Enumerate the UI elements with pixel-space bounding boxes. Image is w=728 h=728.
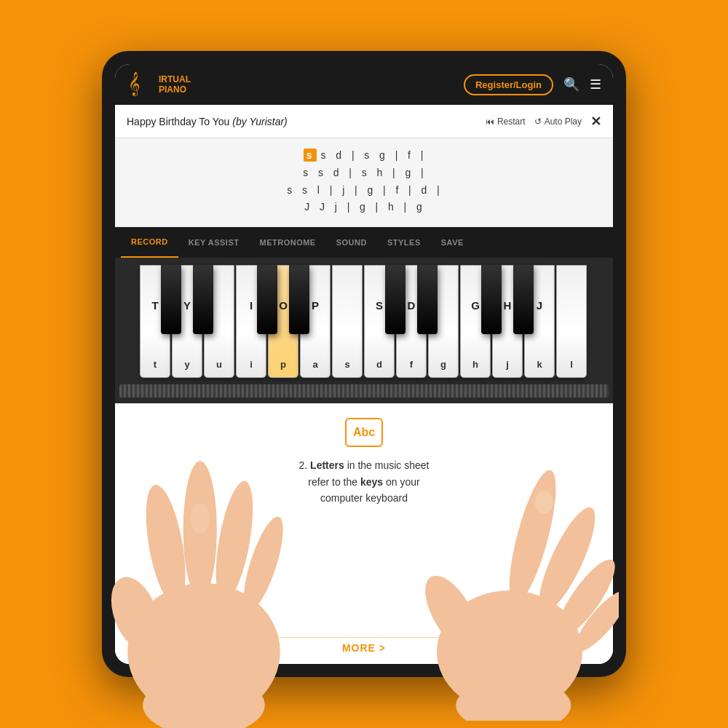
sheet-line-3: s s l | j | g | f | d | bbox=[127, 182, 601, 199]
sheet-line-1: s s d | s g | f | bbox=[127, 147, 601, 165]
white-key-H[interactable]: H j bbox=[492, 265, 523, 378]
white-key-I[interactable]: I i bbox=[236, 265, 266, 378]
menu-icon[interactable]: ☰ bbox=[590, 76, 601, 92]
bottom-section: Abc 2. Letters in the music sheet refer … bbox=[115, 403, 613, 664]
toolbar-save[interactable]: SAVE bbox=[431, 227, 474, 258]
song-bar: Happy Birthday To You (by Yuristar) ⏮ Re… bbox=[115, 105, 613, 138]
toolbar: RECORD KEY ASSIST METRONOME SOUND STYLES… bbox=[115, 227, 613, 258]
more-line bbox=[165, 637, 563, 638]
highlighted-note: s bbox=[304, 149, 317, 162]
autoplay-button[interactable]: ↺ Auto Play bbox=[534, 116, 582, 127]
song-controls: ⏮ Restart ↺ Auto Play ✕ bbox=[486, 114, 601, 130]
white-key-S[interactable]: S d bbox=[364, 265, 395, 378]
toolbar-metronome[interactable]: METRONOME bbox=[249, 227, 325, 258]
logo-text: IRTUAL PIANO bbox=[159, 74, 191, 95]
white-key-D[interactable]: D f bbox=[396, 265, 427, 378]
white-key-G[interactable]: G h bbox=[460, 265, 491, 378]
close-button[interactable]: ✕ bbox=[590, 114, 601, 130]
sheet-line-4: J J j | g | h | g bbox=[127, 199, 601, 216]
white-keys: T t Y y u I i bbox=[140, 265, 588, 381]
register-login-button[interactable]: Register/Login bbox=[464, 74, 553, 95]
svg-point-16 bbox=[456, 678, 571, 721]
white-key-Y[interactable]: Y y bbox=[172, 265, 202, 378]
white-key-T[interactable]: T t bbox=[140, 265, 170, 378]
white-key-K[interactable]: l bbox=[556, 265, 587, 378]
svg-text:𝄞: 𝄞 bbox=[128, 71, 141, 97]
info-text: 2. Letters in the music sheet refer to t… bbox=[299, 457, 430, 506]
sheet-line-2: s s d | s h | g | bbox=[127, 165, 601, 182]
white-key-P[interactable]: P a bbox=[300, 265, 331, 378]
svg-point-7 bbox=[143, 675, 265, 728]
white-key-U[interactable]: u bbox=[204, 265, 234, 378]
toolbar-key-assist[interactable]: KEY ASSIST bbox=[178, 227, 250, 258]
white-key-F[interactable]: g bbox=[428, 265, 459, 378]
logo-area: 𝄞 IRTUAL PIANO bbox=[127, 71, 191, 98]
piano-container: T t Y y u I i bbox=[115, 258, 613, 403]
white-key-J[interactable]: J k bbox=[524, 265, 555, 378]
header: 𝄞 IRTUAL PIANO Register/Login 🔍 ☰ bbox=[115, 64, 613, 105]
toolbar-record[interactable]: RECORD bbox=[121, 227, 178, 258]
song-title: Happy Birthday To You (by Yuristar) bbox=[127, 116, 288, 127]
white-key-O[interactable]: O p bbox=[268, 265, 298, 378]
tablet-screen: 𝄞 IRTUAL PIANO Register/Login 🔍 ☰ Happy … bbox=[115, 64, 613, 664]
piano-grill bbox=[119, 384, 609, 397]
piano-keys: T t Y y u I i bbox=[119, 265, 609, 381]
abc-icon: Abc bbox=[345, 418, 383, 447]
tablet: 𝄞 IRTUAL PIANO Register/Login 🔍 ☰ Happy … bbox=[102, 51, 626, 677]
white-key-A[interactable]: s bbox=[332, 265, 363, 378]
more-link[interactable]: MORE > bbox=[342, 642, 386, 654]
restart-button[interactable]: ⏮ Restart bbox=[486, 116, 526, 127]
logo-line1: IRTUAL bbox=[159, 74, 191, 84]
header-right: Register/Login 🔍 ☰ bbox=[464, 74, 601, 95]
logo-icon: 𝄞 bbox=[127, 71, 153, 98]
search-icon[interactable]: 🔍 bbox=[563, 76, 579, 92]
toolbar-styles[interactable]: STYLES bbox=[377, 227, 431, 258]
toolbar-sound[interactable]: SOUND bbox=[326, 227, 377, 258]
music-sheet: s s d | s g | f | s s d | s h | g | s s … bbox=[115, 138, 613, 227]
logo-line2: PIANO bbox=[159, 84, 186, 95]
